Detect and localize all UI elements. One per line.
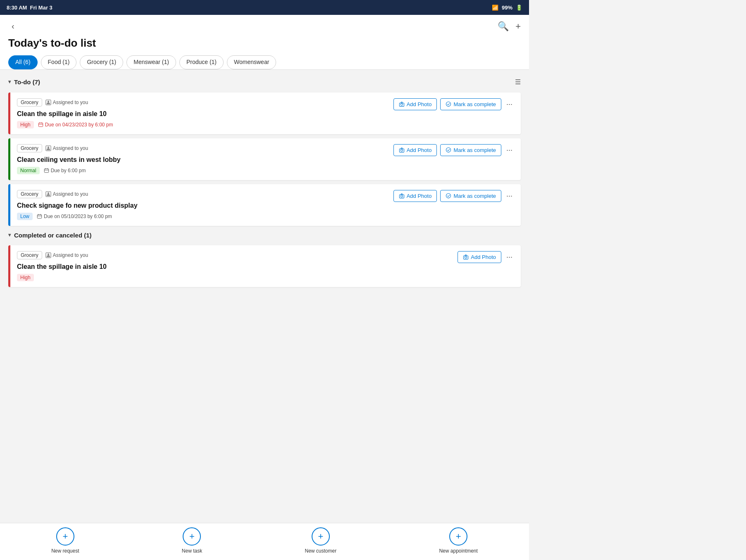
more-button[interactable]: ···: [505, 98, 514, 110]
svg-rect-11: [44, 169, 48, 173]
camera-icon: [399, 193, 405, 199]
camera-icon: [399, 147, 405, 153]
task-meta: Grocery Assigned to you: [17, 251, 88, 259]
svg-point-20: [465, 256, 467, 258]
task-card-top: Grocery Assigned to you Add Photo Mark a…: [17, 190, 514, 202]
task-meta: Grocery Assigned to you: [17, 144, 88, 152]
task-title: Clean ceiling vents in west lobby: [17, 156, 514, 164]
task-tag: Grocery: [17, 251, 42, 259]
task-card: Grocery Assigned to you Add Photo···Clea…: [8, 245, 521, 287]
task-footer: Normal Due by 6:00 pm: [17, 167, 514, 174]
chevron-icon: ▾: [8, 232, 11, 238]
filter-tabs: All (6)Food (1)Grocery (1)Menswear (1)Pr…: [8, 55, 521, 69]
task-assigned: Assigned to you: [45, 252, 88, 258]
more-button[interactable]: ···: [505, 251, 514, 263]
search-button[interactable]: 🔍: [498, 21, 509, 32]
status-date: Fri Mar 3: [30, 5, 52, 11]
svg-rect-17: [37, 215, 41, 218]
task-title: Check signage fo new product display: [17, 202, 514, 209]
mark-complete-button[interactable]: Mark as complete: [440, 190, 501, 202]
svg-point-14: [400, 195, 403, 197]
status-icons: 📶 99% 🔋: [492, 5, 522, 11]
wifi-icon: 📶: [492, 5, 498, 11]
task-card-top: Grocery Assigned to you Add Photo Mark a…: [17, 144, 514, 156]
task-meta: Grocery Assigned to you: [17, 98, 88, 107]
svg-point-7: [48, 146, 49, 148]
add-photo-button[interactable]: Add Photo: [393, 190, 437, 202]
section-filter-icon[interactable]: ☰: [515, 78, 521, 86]
calendar-icon: [38, 122, 43, 127]
mark-complete-button[interactable]: Mark as complete: [440, 98, 501, 110]
svg-point-8: [400, 149, 403, 151]
person-icon: [45, 191, 51, 197]
svg-point-1: [48, 100, 49, 102]
priority-badge: Low: [17, 213, 33, 220]
status-bar: 8:30 AM Fri Mar 3 📶 99% 🔋: [0, 0, 529, 15]
battery-percent: 99%: [502, 5, 512, 11]
task-assigned: Assigned to you: [45, 100, 88, 105]
svg-point-2: [400, 103, 403, 105]
filter-tab-0[interactable]: All (6): [8, 55, 38, 69]
svg-point-4: [446, 102, 451, 106]
filter-tab-4[interactable]: Produce (1): [179, 55, 224, 69]
more-button[interactable]: ···: [505, 144, 514, 156]
battery-icon: 🔋: [516, 5, 522, 11]
section-title-1[interactable]: ▾ Completed or canceled (1): [8, 232, 92, 239]
camera-icon: [399, 101, 405, 107]
calendar-icon: [44, 168, 49, 173]
chevron-icon: ▾: [8, 79, 11, 85]
priority-badge: Normal: [17, 167, 40, 174]
status-time: 8:30 AM: [7, 5, 27, 11]
person-icon: [45, 145, 51, 151]
task-tag: Grocery: [17, 144, 42, 152]
add-button[interactable]: +: [515, 21, 521, 32]
task-footer: High: [17, 274, 514, 281]
add-photo-button[interactable]: Add Photo: [393, 144, 437, 156]
due-date: Due on 04/23/2023 by 6:00 pm: [38, 122, 113, 128]
check-circle-icon: [446, 101, 451, 107]
task-card-top: Grocery Assigned to you Add Photo Mark a…: [17, 98, 514, 110]
check-circle-icon: [446, 193, 451, 199]
calendar-icon: [37, 214, 42, 219]
task-actions: Add Photo Mark as complete···: [393, 144, 514, 156]
task-card-top: Grocery Assigned to you Add Photo···: [17, 251, 514, 263]
due-date: Due on 05/10/2023 by 6:00 pm: [37, 214, 112, 219]
person-icon: [45, 100, 51, 105]
check-circle-icon: [446, 147, 451, 153]
task-card: Grocery Assigned to you Add Photo Mark a…: [8, 184, 521, 226]
filter-tab-3[interactable]: Menswear (1): [126, 55, 176, 69]
due-date: Due by 6:00 pm: [44, 168, 86, 173]
task-footer: Low Due on 05/10/2023 by 6:00 pm: [17, 213, 514, 220]
task-tag: Grocery: [17, 190, 42, 198]
task-tag: Grocery: [17, 98, 42, 107]
header-actions: 🔍 +: [498, 21, 521, 32]
section-label: Completed or canceled (1): [14, 232, 92, 239]
section-1: ▾ Completed or canceled (1) Grocery Assi…: [8, 230, 521, 287]
header: ‹ 🔍 + Today's to-do list All (6)Food (1)…: [0, 15, 529, 70]
priority-badge: High: [17, 121, 34, 128]
filter-tab-5[interactable]: Womenswear: [227, 55, 276, 69]
svg-point-19: [48, 253, 49, 255]
add-photo-button[interactable]: Add Photo: [393, 98, 437, 110]
back-button[interactable]: ‹: [8, 20, 18, 33]
task-card: Grocery Assigned to you Add Photo Mark a…: [8, 93, 521, 134]
mark-complete-button[interactable]: Mark as complete: [440, 144, 501, 156]
more-button[interactable]: ···: [505, 190, 514, 202]
header-nav: ‹ 🔍 +: [8, 20, 521, 33]
page-title: Today's to-do list: [8, 37, 521, 50]
task-assigned: Assigned to you: [45, 145, 88, 151]
filter-tab-1[interactable]: Food (1): [41, 55, 77, 69]
section-label: To-do (7): [14, 78, 40, 85]
main-content: ▾ To-do (7)☰ Grocery Assigned to you Add…: [0, 70, 529, 369]
task-card: Grocery Assigned to you Add Photo Mark a…: [8, 138, 521, 180]
section-title-0[interactable]: ▾ To-do (7): [8, 78, 40, 85]
section-header-0: ▾ To-do (7)☰: [8, 76, 521, 88]
filter-tab-2[interactable]: Grocery (1): [80, 55, 123, 69]
section-0: ▾ To-do (7)☰ Grocery Assigned to you Add…: [8, 76, 521, 226]
task-meta: Grocery Assigned to you: [17, 190, 88, 198]
person-icon: [45, 252, 51, 258]
add-photo-button[interactable]: Add Photo: [458, 251, 501, 263]
task-actions: Add Photo Mark as complete···: [393, 190, 514, 202]
status-time-date: 8:30 AM Fri Mar 3: [7, 5, 52, 11]
svg-point-13: [48, 192, 49, 194]
